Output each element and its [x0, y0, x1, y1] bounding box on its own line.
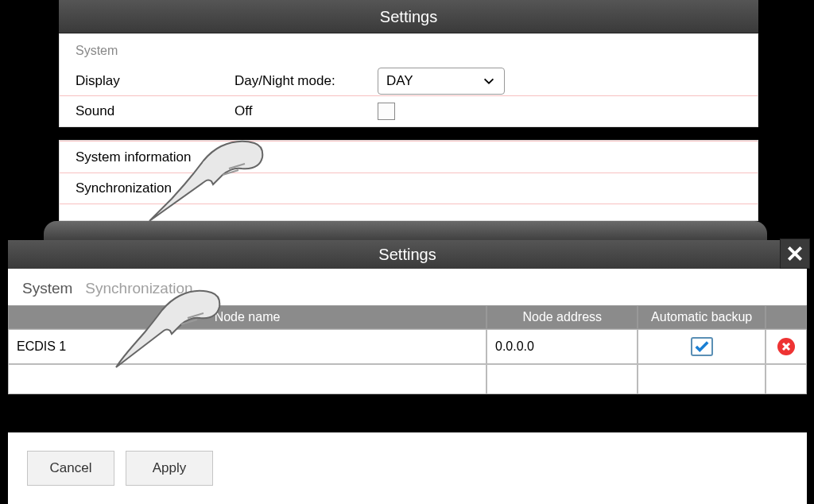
crumb-system[interactable]: System [22, 280, 72, 297]
sync-table: Node name ECDIS 1 Node address Automatic… [8, 305, 807, 394]
settings-panel-top: Settings System Display Day/Night mode: … [59, 0, 758, 127]
col-backup: Automatic backup [638, 305, 765, 329]
check-icon [695, 340, 709, 353]
daynight-select[interactable]: DAY [378, 68, 505, 95]
backup-checkbox[interactable] [691, 337, 713, 356]
daynight-label: Day/Night mode: [235, 73, 378, 89]
display-label: Display [76, 73, 235, 89]
row-sync[interactable]: Synchronization [60, 173, 758, 204]
cancel-button[interactable]: Cancel [27, 451, 114, 486]
cell-empty [8, 364, 486, 394]
settings-panel-mid: System information Synchronization [59, 140, 758, 221]
close-icon [786, 245, 804, 262]
table-row[interactable]: 0.0.0.0 [486, 329, 807, 364]
sound-value: Off [235, 103, 378, 119]
close-button[interactable] [780, 238, 810, 269]
col-node-addr: Node address [486, 305, 638, 329]
sound-label: Sound [76, 103, 235, 119]
chevron-down-icon [482, 74, 496, 88]
cell-node-name: ECDIS 1 [8, 329, 486, 364]
sidebar-item-system[interactable]: System [60, 34, 758, 66]
sync-dialog: Settings System Synchronization Node nam… [8, 240, 807, 394]
table-row[interactable]: ECDIS 1 [8, 329, 486, 364]
daynight-value: DAY [386, 73, 413, 89]
apply-button[interactable]: Apply [126, 451, 213, 486]
dialog-title: Settings [8, 240, 807, 269]
col-delete [766, 305, 807, 329]
delete-row-button[interactable] [777, 338, 795, 355]
delete-x-icon [781, 342, 791, 351]
cell-node-addr: 0.0.0.0 [486, 329, 638, 364]
sound-checkbox[interactable] [378, 103, 395, 120]
row-display: Display Day/Night mode: DAY [60, 66, 758, 96]
dialog-button-bar: Cancel Apply [8, 428, 807, 504]
row-sound: Sound Off [60, 96, 758, 126]
crumb-synchronization[interactable]: Synchronization [85, 280, 192, 297]
col-node-name: Node name [8, 305, 486, 329]
sync-label: Synchronization [76, 180, 172, 196]
sysinfo-label: System information [76, 149, 192, 165]
row-sysinfo[interactable]: System information [60, 141, 758, 173]
panel-title: Settings [59, 0, 758, 33]
breadcrumb: System Synchronization [8, 269, 807, 305]
